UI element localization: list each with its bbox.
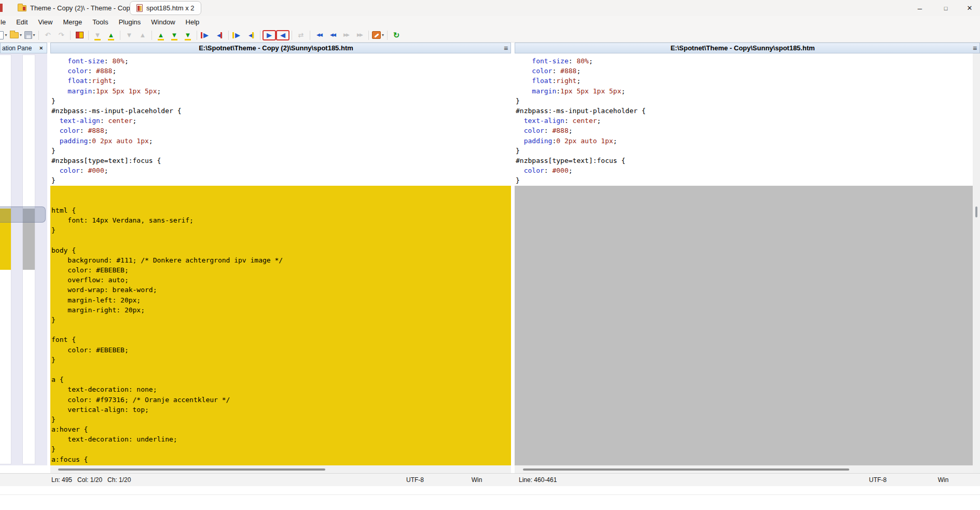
- copy-all-to-right-button[interactable]: ▶: [263, 30, 276, 40]
- undo-button[interactable]: ↶: [41, 29, 54, 42]
- open-button[interactable]: ▾: [9, 29, 23, 42]
- diff-line: background: #111; /* Donkere achtergrond…: [50, 255, 511, 265]
- diff-line: }: [50, 225, 511, 235]
- toolbar: ▾▾▾↶↷▼▲▼▲▲▼▼▶◀▶◀▶◀⇄◀◀◀◀▶▶▶▶▾↻: [0, 28, 980, 43]
- tab-file-compare[interactable]: spot185.htm x 2: [130, 1, 201, 15]
- menu-item-merge[interactable]: Merge: [58, 16, 87, 28]
- diff-line: margin-left: 20px;: [50, 295, 511, 305]
- code-line: font-size: 80%;: [516, 56, 973, 66]
- menu-item-tools[interactable]: Tools: [87, 16, 113, 28]
- right-editor[interactable]: font-size: 80%; color: #888; float:right…: [515, 53, 973, 465]
- vertical-scrollbar-thumb[interactable]: [975, 206, 977, 217]
- copy-to-right-icon: ▶: [203, 32, 209, 38]
- right-horizontal-scrollbar-thumb[interactable]: [523, 468, 849, 471]
- left-status-col: Col: 1/20: [77, 476, 102, 484]
- toolbar-separator: [151, 31, 152, 40]
- statusbar: Ln: 495 Col: 1/20 Ch: 1/20 UTF-8 Win Lin…: [0, 473, 980, 486]
- code-line: }: [516, 146, 973, 156]
- toolbar-separator: [197, 31, 197, 40]
- right-pane-menu-icon[interactable]: ≡: [970, 44, 979, 52]
- toolbar-icon-accent: [201, 32, 202, 38]
- first-difference-button[interactable]: ▲: [154, 29, 168, 42]
- first-file-icon: ◀◀: [316, 33, 322, 37]
- options-button[interactable]: ▾: [371, 29, 385, 42]
- diff-line: html {: [50, 205, 511, 215]
- menu-item-file[interactable]: le: [0, 16, 11, 28]
- view-layout-button[interactable]: [73, 29, 86, 42]
- diff-line: color: #EBEBEB;: [50, 265, 511, 275]
- location-pane-viewport[interactable]: [0, 206, 46, 223]
- copy-all-to-left-button[interactable]: ◀: [276, 30, 289, 40]
- save-icon: [24, 31, 32, 39]
- right-pane-filepath: E:\Spotnet\Theme - Copy\Sunny\spot185.ht…: [515, 44, 970, 52]
- location-pane-close-icon[interactable]: ✕: [37, 46, 45, 51]
- location-pane-minimap-left[interactable]: [0, 54, 11, 464]
- copy-to-left-button[interactable]: ◀: [213, 29, 226, 42]
- code-line: }: [51, 96, 511, 106]
- menu-item-help[interactable]: Help: [181, 16, 205, 28]
- menu-item-edit[interactable]: Edit: [11, 16, 33, 28]
- previous-file-button[interactable]: ◀◀: [326, 29, 339, 42]
- diff-line: word-wrap: break-word;: [50, 285, 511, 295]
- right-status-encoding: UTF-8: [861, 474, 894, 486]
- new-icon: [0, 31, 4, 39]
- code-line: font-size: 80%;: [51, 56, 511, 66]
- next-difference-button[interactable]: ▼: [91, 29, 104, 42]
- code-line: }: [51, 175, 511, 185]
- code-line: color: #888;: [51, 66, 511, 76]
- code-line: padding:0 2px auto 1px;: [51, 136, 511, 146]
- maximize-icon: □: [944, 5, 948, 11]
- left-editor[interactable]: font-size: 80%; color: #888; float:right…: [50, 53, 511, 465]
- first-file-button[interactable]: ◀◀: [312, 29, 326, 42]
- menu-item-view[interactable]: View: [33, 16, 58, 28]
- last-difference-button[interactable]: ▼: [181, 29, 195, 42]
- copy-all-to-left-icon: ◀: [280, 32, 285, 38]
- diff-line: overflow: auto;: [50, 275, 511, 285]
- code-line: float:right;: [51, 76, 511, 86]
- toolbar-separator: [228, 31, 229, 40]
- refresh-button[interactable]: ↻: [390, 29, 403, 42]
- location-pane-minimap-right[interactable]: [22, 54, 35, 464]
- menu-item-plugins[interactable]: Plugins: [114, 16, 146, 28]
- copy-to-right-button[interactable]: ▶: [199, 29, 213, 42]
- diff-line: }: [50, 315, 511, 325]
- diff-line: color: #f97316; /* Oranje accentkleur */: [50, 395, 511, 405]
- toolbar-separator: [292, 31, 292, 40]
- left-horizontal-scrollbar[interactable]: [50, 465, 511, 473]
- code-line: margin:1px 5px 1px 5px;: [516, 86, 973, 96]
- swap-panes-button[interactable]: ⇄: [294, 29, 308, 42]
- menu-item-window[interactable]: Window: [146, 16, 180, 28]
- save-button[interactable]: ▾: [23, 29, 36, 42]
- diff-line: margin-right: 20px;: [50, 305, 511, 315]
- vertical-scrollbar[interactable]: [973, 53, 980, 473]
- previous-conflict-button[interactable]: ▲: [136, 29, 149, 42]
- copy-right-and-advance-button[interactable]: ▶: [231, 29, 244, 42]
- new-button[interactable]: ▾: [0, 29, 9, 42]
- code-line: padding:0 2px auto 1px;: [516, 136, 973, 146]
- diff-line: color: #EBEBEB;: [50, 345, 511, 355]
- swap-panes-icon: ⇄: [298, 32, 304, 38]
- toolbar-separator: [120, 31, 120, 40]
- minimize-button[interactable]: –: [908, 0, 932, 16]
- diff-line: [50, 186, 511, 196]
- last-file-button[interactable]: ▶▶: [353, 29, 366, 42]
- next-conflict-button[interactable]: ▼: [122, 29, 136, 42]
- maximize-button[interactable]: □: [934, 0, 958, 16]
- dropdown-caret-icon: ▾: [382, 33, 384, 37]
- redo-button[interactable]: ↷: [54, 29, 68, 42]
- close-button[interactable]: ✕: [958, 0, 980, 16]
- code-line: #nzbpass:-ms-input-placeholder {: [516, 106, 973, 116]
- previous-difference-button[interactable]: ▲: [104, 29, 118, 42]
- tab-folder-compare[interactable]: Theme - Copy (2)\ - Theme - Copy\: [11, 1, 142, 15]
- current-difference-button[interactable]: ▼: [168, 29, 181, 42]
- diff-line: [50, 236, 511, 245]
- copy-left-and-advance-button[interactable]: ◀: [244, 29, 258, 42]
- left-horizontal-scrollbar-thumb[interactable]: [58, 468, 325, 471]
- right-horizontal-scrollbar[interactable]: [515, 465, 973, 473]
- next-difference-icon: ▼: [94, 32, 101, 38]
- last-difference-icon: ▼: [185, 32, 191, 38]
- next-file-button[interactable]: ▶▶: [339, 29, 353, 42]
- left-code-block: font-size: 80%; color: #888; float:right…: [51, 56, 511, 185]
- right-pane-header: E:\Spotnet\Theme - Copy\Sunny\spot185.ht…: [515, 43, 980, 53]
- left-pane-menu-icon[interactable]: ≡: [501, 44, 510, 52]
